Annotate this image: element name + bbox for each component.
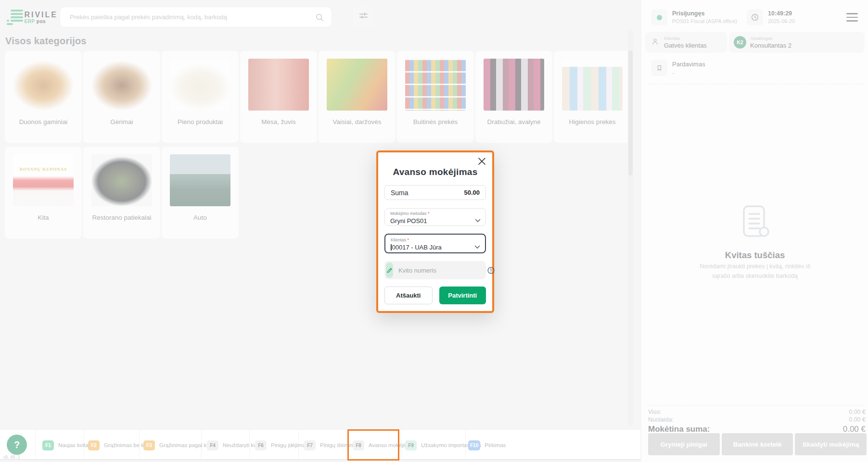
required-asterisk: * xyxy=(408,237,409,242)
pos-screen: RIVILE ERP pos Visos kategorijos Duonos … xyxy=(0,0,868,462)
required-asterisk: * xyxy=(428,211,430,216)
confirm-button[interactable]: Patvirtinti xyxy=(439,287,486,304)
suma-value: 50.00 xyxy=(464,189,480,196)
suma-label: Suma xyxy=(391,189,408,197)
cancel-button[interactable]: Atšaukti xyxy=(384,287,433,304)
payment-method-select[interactable]: Mokėjimo metodas * Gryni POS01 xyxy=(384,208,486,226)
payment-method-value: Gryni POS01 xyxy=(390,217,473,225)
close-icon[interactable] xyxy=(477,156,486,166)
modal-title: Avanso mokėjimas xyxy=(378,167,492,177)
advance-payment-modal: Avanso mokėjimas Suma 50.00 Mokėjimo met… xyxy=(376,150,494,313)
receipt-number-field xyxy=(384,261,486,279)
receipt-number-input[interactable] xyxy=(393,267,487,274)
client-select[interactable]: Klientas * 00017 - UAB Jūra xyxy=(384,234,486,253)
info-icon[interactable] xyxy=(487,266,495,275)
payment-method-label: Mokėjimo metodas * xyxy=(390,211,473,216)
text-caret xyxy=(391,244,392,250)
pencil-icon xyxy=(386,262,393,278)
suma-field[interactable]: Suma 50.00 xyxy=(384,185,486,200)
chevron-down-icon xyxy=(475,216,481,225)
client-select-label: Klientas * xyxy=(391,237,472,242)
chevron-down-icon xyxy=(474,242,480,251)
client-select-value: 00017 - UAB Jūra xyxy=(391,244,472,251)
